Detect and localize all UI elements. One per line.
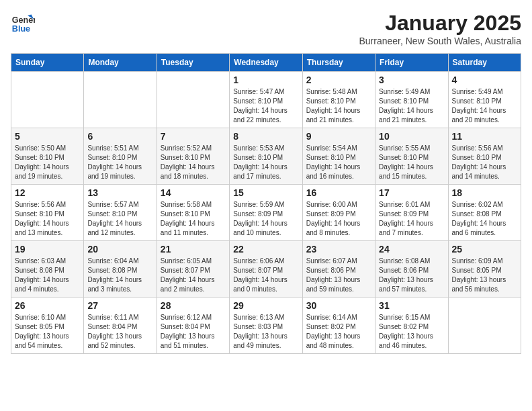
day-number: 4 bbox=[452, 75, 517, 85]
day-info: Sunrise: 6:07 AM Sunset: 8:06 PM Dayligh… bbox=[306, 257, 371, 294]
day-number: 13 bbox=[87, 187, 152, 198]
day-number: 2 bbox=[306, 75, 371, 85]
day-number: 8 bbox=[233, 131, 298, 142]
day-info: Sunrise: 6:04 AM Sunset: 8:08 PM Dayligh… bbox=[87, 257, 152, 294]
calendar-day-cell: 7Sunrise: 5:52 AM Sunset: 8:10 PM Daylig… bbox=[157, 128, 229, 185]
day-number: 7 bbox=[161, 131, 226, 142]
day-number: 6 bbox=[87, 131, 152, 142]
calendar-week-row: 5Sunrise: 5:50 AM Sunset: 8:10 PM Daylig… bbox=[11, 128, 521, 185]
day-info: Sunrise: 5:47 AM Sunset: 8:10 PM Dayligh… bbox=[233, 87, 298, 125]
weekday-header-cell: Saturday bbox=[448, 54, 521, 72]
weekday-header-cell: Thursday bbox=[302, 54, 375, 72]
day-number: 25 bbox=[452, 244, 517, 255]
day-number: 20 bbox=[87, 244, 152, 255]
day-number: 21 bbox=[161, 244, 226, 255]
calendar-day-cell: 13Sunrise: 5:57 AM Sunset: 8:10 PM Dayli… bbox=[84, 185, 157, 241]
day-number: 23 bbox=[306, 244, 371, 255]
day-info: Sunrise: 5:48 AM Sunset: 8:10 PM Dayligh… bbox=[306, 87, 371, 125]
calendar-day-cell: 10Sunrise: 5:55 AM Sunset: 8:10 PM Dayli… bbox=[375, 128, 448, 185]
day-info: Sunrise: 5:49 AM Sunset: 8:10 PM Dayligh… bbox=[452, 87, 517, 125]
day-info: Sunrise: 5:55 AM Sunset: 8:10 PM Dayligh… bbox=[379, 144, 444, 181]
day-number: 16 bbox=[306, 187, 371, 198]
day-info: Sunrise: 6:12 AM Sunset: 8:04 PM Dayligh… bbox=[161, 313, 226, 351]
day-info: Sunrise: 6:11 AM Sunset: 8:04 PM Dayligh… bbox=[87, 313, 152, 351]
day-info: Sunrise: 6:13 AM Sunset: 8:03 PM Dayligh… bbox=[233, 313, 298, 351]
calendar-day-cell: 27Sunrise: 6:11 AM Sunset: 8:04 PM Dayli… bbox=[84, 298, 157, 354]
calendar-week-row: 12Sunrise: 5:56 AM Sunset: 8:10 PM Dayli… bbox=[11, 185, 521, 241]
day-info: Sunrise: 5:56 AM Sunset: 8:10 PM Dayligh… bbox=[452, 144, 517, 181]
calendar-day-cell: 26Sunrise: 6:10 AM Sunset: 8:05 PM Dayli… bbox=[11, 298, 84, 354]
day-number: 31 bbox=[379, 300, 444, 311]
day-number: 14 bbox=[161, 187, 226, 198]
day-info: Sunrise: 6:00 AM Sunset: 8:09 PM Dayligh… bbox=[306, 200, 371, 238]
day-number: 17 bbox=[379, 187, 444, 198]
calendar-day-cell: 16Sunrise: 6:00 AM Sunset: 8:09 PM Dayli… bbox=[302, 185, 375, 241]
day-number: 11 bbox=[452, 131, 517, 142]
calendar-day-cell: 2Sunrise: 5:48 AM Sunset: 8:10 PM Daylig… bbox=[302, 72, 375, 128]
calendar-day-cell: 6Sunrise: 5:51 AM Sunset: 8:10 PM Daylig… bbox=[84, 128, 157, 185]
logo: General Blue bbox=[11, 11, 35, 35]
day-info: Sunrise: 5:56 AM Sunset: 8:10 PM Dayligh… bbox=[15, 200, 80, 238]
svg-text:Blue: Blue bbox=[12, 24, 30, 34]
calendar-day-cell: 30Sunrise: 6:14 AM Sunset: 8:02 PM Dayli… bbox=[302, 298, 375, 354]
day-number: 22 bbox=[233, 244, 298, 255]
calendar-day-cell bbox=[84, 72, 157, 128]
day-info: Sunrise: 5:51 AM Sunset: 8:10 PM Dayligh… bbox=[87, 144, 152, 181]
calendar-day-cell bbox=[11, 72, 84, 128]
day-info: Sunrise: 6:14 AM Sunset: 8:02 PM Dayligh… bbox=[306, 313, 371, 351]
title-block: January 2025 Burraneer, New South Wales,… bbox=[359, 11, 522, 46]
day-info: Sunrise: 5:58 AM Sunset: 8:10 PM Dayligh… bbox=[161, 200, 226, 238]
day-info: Sunrise: 6:01 AM Sunset: 8:09 PM Dayligh… bbox=[379, 200, 444, 238]
day-info: Sunrise: 5:49 AM Sunset: 8:10 PM Dayligh… bbox=[379, 87, 444, 125]
day-number: 3 bbox=[379, 75, 444, 85]
day-info: Sunrise: 6:09 AM Sunset: 8:05 PM Dayligh… bbox=[452, 257, 517, 294]
weekday-header-cell: Wednesday bbox=[230, 54, 302, 72]
weekday-header-cell: Sunday bbox=[11, 54, 84, 72]
day-info: Sunrise: 5:50 AM Sunset: 8:10 PM Dayligh… bbox=[15, 144, 80, 181]
logo-icon: General Blue bbox=[11, 11, 35, 35]
day-info: Sunrise: 6:05 AM Sunset: 8:07 PM Dayligh… bbox=[161, 257, 226, 294]
day-info: Sunrise: 6:03 AM Sunset: 8:08 PM Dayligh… bbox=[15, 257, 80, 294]
day-info: Sunrise: 6:10 AM Sunset: 8:05 PM Dayligh… bbox=[15, 313, 80, 351]
day-number: 18 bbox=[452, 187, 517, 198]
calendar-day-cell: 8Sunrise: 5:53 AM Sunset: 8:10 PM Daylig… bbox=[230, 128, 302, 185]
day-number: 19 bbox=[15, 244, 80, 255]
day-number: 10 bbox=[379, 131, 444, 142]
calendar-week-row: 19Sunrise: 6:03 AM Sunset: 8:08 PM Dayli… bbox=[11, 241, 521, 298]
calendar-table: SundayMondayTuesdayWednesdayThursdayFrid… bbox=[11, 53, 521, 354]
calendar-day-cell: 24Sunrise: 6:08 AM Sunset: 8:06 PM Dayli… bbox=[375, 241, 448, 298]
day-info: Sunrise: 5:53 AM Sunset: 8:10 PM Dayligh… bbox=[233, 144, 298, 181]
day-info: Sunrise: 6:08 AM Sunset: 8:06 PM Dayligh… bbox=[379, 257, 444, 294]
day-number: 12 bbox=[15, 187, 80, 198]
calendar-day-cell: 23Sunrise: 6:07 AM Sunset: 8:06 PM Dayli… bbox=[302, 241, 375, 298]
day-info: Sunrise: 5:57 AM Sunset: 8:10 PM Dayligh… bbox=[87, 200, 152, 238]
day-number: 30 bbox=[306, 300, 371, 311]
location-title: Burraneer, New South Wales, Australia bbox=[359, 36, 522, 46]
calendar-day-cell: 21Sunrise: 6:05 AM Sunset: 8:07 PM Dayli… bbox=[157, 241, 229, 298]
day-number: 24 bbox=[379, 244, 444, 255]
calendar-day-cell: 4Sunrise: 5:49 AM Sunset: 8:10 PM Daylig… bbox=[448, 72, 521, 128]
calendar-day-cell bbox=[157, 72, 229, 128]
day-number: 15 bbox=[233, 187, 298, 198]
calendar-day-cell: 31Sunrise: 6:15 AM Sunset: 8:02 PM Dayli… bbox=[375, 298, 448, 354]
calendar-day-cell: 22Sunrise: 6:06 AM Sunset: 8:07 PM Dayli… bbox=[230, 241, 302, 298]
weekday-header-cell: Tuesday bbox=[157, 54, 229, 72]
calendar-day-cell: 1Sunrise: 5:47 AM Sunset: 8:10 PM Daylig… bbox=[230, 72, 302, 128]
calendar-day-cell: 17Sunrise: 6:01 AM Sunset: 8:09 PM Dayli… bbox=[375, 185, 448, 241]
day-info: Sunrise: 6:02 AM Sunset: 8:08 PM Dayligh… bbox=[452, 200, 517, 238]
day-number: 1 bbox=[233, 75, 298, 85]
day-info: Sunrise: 5:54 AM Sunset: 8:10 PM Dayligh… bbox=[306, 144, 371, 181]
weekday-header-cell: Monday bbox=[84, 54, 157, 72]
calendar-day-cell: 19Sunrise: 6:03 AM Sunset: 8:08 PM Dayli… bbox=[11, 241, 84, 298]
day-info: Sunrise: 5:59 AM Sunset: 8:09 PM Dayligh… bbox=[233, 200, 298, 238]
calendar-day-cell: 5Sunrise: 5:50 AM Sunset: 8:10 PM Daylig… bbox=[11, 128, 84, 185]
day-info: Sunrise: 6:15 AM Sunset: 8:02 PM Dayligh… bbox=[379, 313, 444, 351]
calendar-day-cell: 20Sunrise: 6:04 AM Sunset: 8:08 PM Dayli… bbox=[84, 241, 157, 298]
calendar-day-cell: 9Sunrise: 5:54 AM Sunset: 8:10 PM Daylig… bbox=[302, 128, 375, 185]
day-number: 28 bbox=[161, 300, 226, 311]
calendar-day-cell bbox=[448, 298, 521, 354]
day-number: 9 bbox=[306, 131, 371, 142]
day-info: Sunrise: 5:52 AM Sunset: 8:10 PM Dayligh… bbox=[161, 144, 226, 181]
day-info: Sunrise: 6:06 AM Sunset: 8:07 PM Dayligh… bbox=[233, 257, 298, 294]
page-header: General Blue January 2025 Burraneer, New… bbox=[11, 11, 521, 46]
